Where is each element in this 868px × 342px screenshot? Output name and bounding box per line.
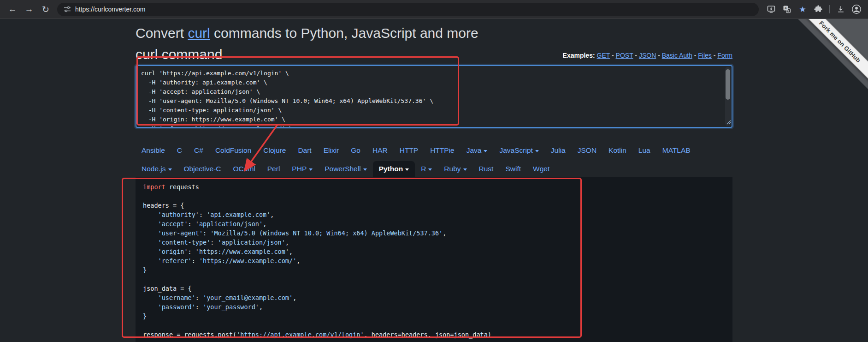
code-line: 'authority': 'api.example.com', [143,210,725,219]
lang-tab-dart[interactable]: Dart [292,143,317,158]
example-link-form[interactable]: Form [717,52,732,59]
code-text [143,257,158,264]
chevron-down-icon [463,168,467,171]
lang-tab-ruby[interactable]: Ruby [438,161,472,177]
code-text: : [188,248,195,255]
back-button[interactable]: ← [5,1,20,17]
lang-tab-label: Clojure [263,146,286,155]
code-text [143,220,158,228]
lang-tab-java[interactable]: Java [461,143,494,158]
curl-link[interactable]: curl [188,25,210,41]
lang-tab-label: Node.js [142,165,166,173]
lang-tab-httpie[interactable]: HTTPie [424,143,461,158]
lang-tab-lua[interactable]: Lua [632,143,656,158]
back-icon: ← [8,4,17,14]
resize-grip-icon[interactable] [726,118,731,126]
textarea-scrollbar[interactable] [725,67,731,126]
install-app-icon[interactable] [764,2,778,16]
example-link-files[interactable]: Files [698,52,712,59]
code-text: requests [165,183,199,191]
code-string: 'application/json' [218,239,285,246]
curl-input[interactable]: curl 'https://api.example.com/v1/login' … [136,65,732,128]
lang-tab-elixir[interactable]: Elixir [318,143,345,158]
bookmark-star-icon[interactable]: ★ [796,2,809,16]
title-post: commands to Python, JavaScript and more [210,25,478,41]
lang-tab-ocaml[interactable]: OCaml [227,161,261,177]
example-link-get[interactable]: GET [597,52,610,59]
code-text: headers = { [143,202,184,209]
code-text: } [143,266,147,274]
site-settings-icon[interactable] [64,6,71,13]
lang-tab-label: OCaml [233,165,255,173]
code-string: 'Mozilla/5.0 (Windows NT 10.0; Win64; x6… [210,229,443,237]
lang-tab-label: Ansible [142,146,165,155]
lang-tab-julia[interactable]: Julia [545,143,572,158]
code-text: : [195,303,203,311]
example-link-post[interactable]: POST [616,52,633,59]
address-bar[interactable]: https://curlconverter.com [57,3,759,16]
page-title: Convert curl commands to Python, JavaScr… [136,25,732,41]
toolbar-divider [829,5,830,13]
curl-input-wrap: curl 'https://api.example.com/v1/login' … [136,65,732,128]
code-string: 'origin' [158,248,188,255]
lang-tab-label: Dart [298,146,311,155]
lang-tab-perl[interactable]: Perl [261,161,286,177]
code-text: : [188,220,195,228]
forward-button[interactable]: → [21,1,37,17]
lang-tab-rust[interactable]: Rust [473,161,500,177]
lang-tab-node-js[interactable]: Node.js [136,161,178,177]
chevron-down-icon [168,168,172,171]
lang-tab-go[interactable]: Go [345,143,366,158]
lang-tab-objective-c[interactable]: Objective-C [178,161,227,177]
code-text: } [143,312,147,320]
code-text [143,211,158,218]
lang-tab-label: Ruby [444,165,461,173]
lang-tab-label: C# [194,146,203,155]
lang-tab-label: Lua [638,146,650,155]
downloads-icon[interactable] [834,2,848,16]
lang-tab-har[interactable]: HAR [366,143,394,158]
lang-tab-python[interactable]: Python [373,161,415,177]
lang-tab-c[interactable]: C [171,143,188,158]
examples-bar: Examples:GET - POST - JSON - Basic Auth … [563,52,732,62]
lang-tab-wget[interactable]: Wget [527,161,555,177]
lang-tab-clojure[interactable]: Clojure [257,143,292,158]
code-string: 'user-agent' [158,229,203,237]
scrollbar-thumb[interactable] [726,69,730,100]
url-text[interactable]: https://curlconverter.com [75,6,146,13]
chevron-down-icon [428,168,432,171]
lang-tab-javascript[interactable]: JavaScript [493,143,544,158]
code-text: , [263,220,266,228]
lang-tab-http[interactable]: HTTP [394,143,424,158]
output-code[interactable]: import requests headers = { 'authority':… [136,177,732,342]
lang-tab-matlab[interactable]: MATLAB [656,143,697,158]
code-text: : [203,229,210,237]
code-text [143,229,158,237]
lang-tab-php[interactable]: PHP [286,161,319,177]
code-text: : [210,239,218,246]
code-line [143,192,725,201]
lang-tab-swift[interactable]: Swift [499,161,527,177]
example-link-json[interactable]: JSON [639,52,656,59]
lang-tab-json[interactable]: JSON [572,143,602,158]
lang-tab-label: Elixir [324,146,339,155]
code-text: response = requests.post( [143,331,236,338]
lang-tab-label: Objective-C [184,165,221,173]
lang-tab-kotlin[interactable]: Kotlin [602,143,632,158]
example-link-basic-auth[interactable]: Basic Auth [662,52,692,59]
chevron-down-icon [535,150,539,152]
code-string: 'referer' [158,257,192,264]
lang-tab-ansible[interactable]: Ansible [136,143,171,158]
lang-tab-r[interactable]: R [415,161,438,177]
lang-tab-label: C [177,146,182,155]
lang-tab-label: R [421,165,426,173]
lang-tab-coldfusion[interactable]: ColdFusion [209,143,257,158]
profile-avatar[interactable] [850,2,863,16]
language-row-1: AnsibleCC#ColdFusionClojureDartElixirGoH… [136,143,732,158]
extensions-icon[interactable] [811,2,825,16]
reload-button[interactable]: ↻ [38,1,53,17]
lang-tab-c-[interactable]: C# [188,143,209,158]
translate-icon[interactable]: A [780,2,794,16]
lang-tab-powershell[interactable]: PowerShell [319,161,372,177]
code-text: , [443,229,446,237]
